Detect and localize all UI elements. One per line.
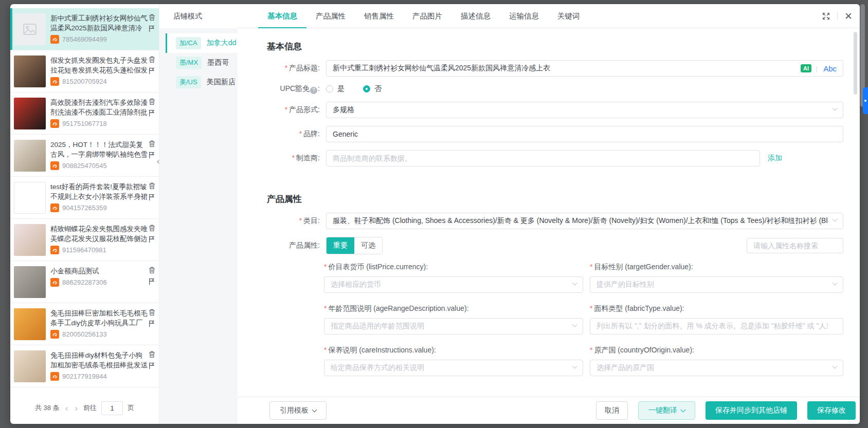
attribute-field: *保养说明 (careInstructions.value): 给定商品保养方式…	[324, 346, 583, 376]
tab-4[interactable]: 产品图片	[403, 4, 451, 28]
delete-icon[interactable]	[149, 182, 155, 190]
translate-button[interactable]: 一键翻译	[638, 401, 695, 420]
tabs: 基本信息产品属性销售属性产品图片描述信息运输信息关键词	[258, 4, 589, 28]
product-edit-modal: 新中式重工刺绣衬衫女网纱仙气温柔风2025新款国风禅意清冷感上衣 7854690…	[10, 4, 860, 424]
product-list-item[interactable]: 兔毛扭扭棒巨密加粗长毛毛根毛条手工diy仿皮草小狗玩具工厂批发 82005025…	[10, 303, 159, 345]
attribute-input[interactable]: 选择产品的原产国	[590, 360, 843, 376]
attribute-label: *价目表货币 (listPrice.currency):	[324, 263, 583, 272]
next-page-button[interactable]: ›	[74, 404, 79, 413]
delete-icon[interactable]	[149, 140, 155, 147]
product-title: 兔毛扭扭棒diy材料包兔子小狗加粗加密毛绒条毛根扭棒批发送朋友	[50, 350, 148, 370]
product-list-item[interactable]: 假发女抓夹发圈发包丸子头盘发拉花短卷发抓夹花苞头蓬松假发发圈 815200705…	[10, 50, 159, 92]
product-id: 815200705924	[62, 78, 107, 85]
delete-icon[interactable]	[149, 267, 155, 274]
upc-radio-no[interactable]: 否	[363, 84, 382, 94]
aliexpress-icon	[50, 203, 59, 212]
upc-radio-yes[interactable]: 是	[326, 84, 345, 94]
shop-tab[interactable]: 美/US 美国新店	[166, 72, 238, 92]
manufacturer-input[interactable]	[326, 150, 760, 166]
tab-5[interactable]: 描述信息	[451, 4, 500, 28]
spellcheck-abc-button[interactable]: Abc	[823, 64, 837, 73]
category-select[interactable]: 服装、鞋子和配饰 (Clothing, Shoes & Accessories)…	[326, 213, 843, 229]
window-actions: ✕	[822, 4, 853, 28]
attr-search-input[interactable]	[747, 238, 843, 253]
page-input[interactable]	[101, 401, 123, 415]
form-type-label: *产品形式:	[267, 105, 320, 115]
attribute-field: *年龄范围说明 (ageRangeDescription.value): 指定商…	[324, 304, 583, 334]
flag-icon[interactable]	[149, 152, 155, 159]
flag-icon[interactable]	[149, 67, 155, 75]
form-content: 基本信息 *产品标题: AI | Abc UPC豁免?:	[238, 28, 860, 397]
shop-tab[interactable]: 墨/MX 墨西哥	[166, 53, 238, 72]
delete-icon[interactable]	[149, 56, 155, 63]
flag-icon[interactable]	[149, 278, 155, 285]
product-list-item[interactable]: 小金额商品测试 886292287306	[10, 261, 159, 303]
save-sync-button[interactable]: 保存并同步到其他店铺	[706, 401, 797, 420]
attribute-label: *面料类型 (fabricType.value):	[590, 304, 843, 313]
fullscreen-icon[interactable]	[822, 12, 830, 21]
attribute-input[interactable]: 选择相应的货币	[324, 276, 583, 293]
tab-3[interactable]: 销售属性	[355, 4, 403, 28]
shop-tab[interactable]: 加/CA 加拿大dd	[166, 33, 238, 53]
product-title: 新中式重工刺绣衬衫女网纱仙气温柔风2025新款国风禅意清冷感上衣	[50, 13, 148, 33]
tab-2[interactable]: 产品属性	[306, 4, 355, 28]
collapse-panel-handle[interactable]: ‹	[157, 157, 159, 166]
total-count: 共 38 条	[35, 403, 60, 413]
flag-icon[interactable]	[149, 362, 155, 369]
product-list-item[interactable]: 精致蝴蝶花朵发夹氛围感发夹唯美蝶恋花发夹汉服花枝配饰侧边夹 9115964709…	[10, 219, 159, 261]
tab-6[interactable]: 运输信息	[500, 4, 548, 28]
product-thumbnail	[14, 13, 46, 45]
delete-icon[interactable]	[149, 98, 155, 105]
product-list-item[interactable]: 2025，HOT！！！法式甜美复古风，一字肩绑带喇叭袖纯色雪纺上衣 ... 90…	[10, 135, 159, 177]
chevron-down-icon	[833, 106, 838, 111]
divider: |	[816, 65, 818, 72]
attribute-input[interactable]: 给定商品保养方式的相关说明	[324, 360, 583, 376]
product-thumbnail	[14, 55, 46, 87]
product-thumbnail	[14, 182, 46, 214]
tab-7[interactable]: 关键词	[548, 4, 589, 28]
product-id: 785469094499	[62, 35, 107, 43]
field-row-manufacturer: *制造商: 添加	[267, 150, 843, 166]
flag-icon[interactable]	[149, 236, 155, 243]
add-manufacturer-link[interactable]: 添加	[768, 154, 782, 163]
delete-icon[interactable]	[149, 225, 155, 232]
title-input[interactable]	[326, 60, 843, 77]
brand-input[interactable]	[326, 126, 843, 142]
flag-icon[interactable]	[149, 320, 155, 327]
shop-name: 美国新店	[207, 78, 236, 87]
delete-icon[interactable]	[149, 351, 155, 358]
optional-tab[interactable]: 可选	[354, 237, 382, 254]
cancel-button[interactable]: 取消	[596, 401, 628, 420]
chevron-down-icon	[312, 407, 317, 412]
product-title: 假发女抓夹发圈发包丸子头盘发拉花短卷发抓夹花苞头蓬松假发发圈	[50, 55, 148, 75]
tab-1[interactable]: 基本信息	[258, 4, 306, 28]
flag-icon[interactable]	[149, 109, 155, 117]
save-button[interactable]: 保存修改	[807, 401, 856, 420]
aliexpress-icon	[50, 278, 59, 287]
shop-list: 加/CA 加拿大dd 墨/MX 墨西哥 美/US 美国新店	[159, 33, 238, 92]
content-scrollbar[interactable]	[854, 32, 857, 95]
ai-icon[interactable]: AI	[801, 64, 811, 72]
delete-icon[interactable]	[149, 14, 155, 21]
product-list-item[interactable]: 新中式重工刺绣衬衫女网纱仙气温柔风2025新款国风禅意清冷感上衣 7854690…	[10, 8, 159, 50]
feedback-fab-button[interactable]	[863, 87, 868, 114]
flag-icon[interactable]	[149, 25, 155, 32]
attribute-input[interactable]: 列出所有以 "," 划分的面料。用 % 成分表示。总是添加 "粘胶纤维" 或 "…	[590, 318, 843, 334]
delete-icon[interactable]	[149, 309, 155, 316]
close-icon[interactable]: ✕	[844, 11, 853, 21]
aliexpress-icon	[50, 372, 59, 381]
product-list-item[interactable]: 高效脱漆剂去漆剂汽车多效除漆剂洗油漆不伤漆面工业清除剂批发 9517510677…	[10, 92, 159, 135]
form-type-select[interactable]: 多规格	[326, 102, 843, 118]
use-template-button[interactable]: 引用模板	[269, 401, 327, 420]
section-heading-basic: 基本信息	[267, 41, 843, 52]
flag-icon[interactable]	[149, 194, 155, 201]
help-icon[interactable]: ?	[310, 87, 317, 94]
product-title: 精致蝴蝶花朵发夹氛围感发夹唯美蝶恋花发夹汉服花枝配饰侧边夹	[50, 224, 148, 244]
important-tab[interactable]: 重要	[327, 237, 354, 254]
attribute-input[interactable]: 指定商品适用的年龄范围说明	[324, 318, 583, 334]
prev-page-button[interactable]: ‹	[64, 404, 69, 413]
field-row-form-type: *产品形式: 多规格	[267, 102, 843, 118]
attribute-input[interactable]: 提供产的目标性别	[590, 276, 843, 293]
product-list-item[interactable]: test好看的两件套装!夏季款褶皱不规则上衣女小洋装茶系半身裙子套装 90415…	[10, 177, 159, 219]
product-list-item[interactable]: 兔毛扭扭棒diy材料包兔子小狗加粗加密毛绒条毛根扭棒批发送朋友 90217791…	[10, 345, 159, 387]
